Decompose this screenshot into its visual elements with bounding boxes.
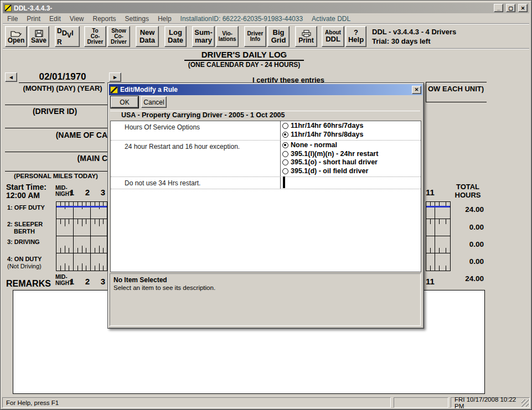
summary-button[interactable]: Sum- mary <box>192 26 215 47</box>
radio-icon[interactable] <box>282 168 288 174</box>
ddvir-button[interactable]: DDVIR <box>55 26 80 47</box>
radio-option-short-haul[interactable]: 395.1(o) - short haul driver <box>282 158 420 167</box>
radio-icon[interactable] <box>282 159 288 165</box>
log-line-off-duty <box>56 206 107 207</box>
rule-row-label: Do not use 34 Hrs restart. <box>111 177 281 189</box>
toolbar: Open Save DDVIR To Co- Driver Show Co- D… <box>3 25 529 49</box>
menu-activate-ddl[interactable]: Activate DDL <box>307 15 355 23</box>
form-subtitle: (ONE CALENDAR DAY - 24 HOURS) <box>184 61 304 69</box>
radio-option-none-normal[interactable]: None - normal <box>282 141 420 150</box>
big-grid-button[interactable]: Big Grid <box>267 26 290 47</box>
window-titlebar: DDL-3.4.4.3- _ ▢ ✕ <box>3 3 529 13</box>
description-title: No Item Selected <box>113 276 417 284</box>
log-line-off-duty-right <box>426 206 450 207</box>
start-time-label: Start Time: <box>6 183 59 191</box>
dialog-close-icon[interactable]: ✕ <box>412 86 421 94</box>
duty-grid-left <box>56 201 107 271</box>
grid-row-off-duty-right <box>426 202 450 219</box>
app-logo-icon <box>4 4 12 12</box>
description-panel: No Item Selected Select an item to see i… <box>110 273 421 326</box>
form-title: DRIVER'S DAILY LOG <box>184 50 304 61</box>
driver-id-label: (DRIVER ID) <box>5 107 105 116</box>
field-line-carrier <box>5 128 107 128</box>
trial-status-line1: DDL - v3.4.4.3 - 4 Drivers <box>372 27 456 37</box>
total-driving: 0.00 <box>452 240 484 248</box>
menu-reports[interactable]: Reports <box>89 15 121 23</box>
main-office-label-fragment: (MAIN C <box>5 154 107 163</box>
rule-header: USA - Property Carrying Driver - 2005 - … <box>110 111 420 120</box>
show-co-driver-button[interactable]: Show Co- Driver <box>107 26 130 47</box>
carrier-label-fragment: (NAME OF CA <box>5 131 107 139</box>
grid-header-3-bottom: 3 <box>97 277 109 286</box>
radio-icon[interactable] <box>282 151 288 157</box>
window-title: DDL-3.4.4.3- <box>14 4 491 12</box>
total-on-duty: 0.00 <box>452 257 484 266</box>
grid-row-driving <box>56 236 107 253</box>
save-disk-icon <box>35 30 43 37</box>
violations-button[interactable]: Vio- lations <box>216 26 239 47</box>
rule-row-no-34hr-restart: Do not use 34 Hrs restart. <box>111 177 421 189</box>
unit-line-top <box>426 82 487 82</box>
rule-row-label: Hours Of Service Options <box>111 121 281 140</box>
no-34hr-restart-checkbox[interactable] <box>283 177 285 188</box>
new-data-button[interactable]: New Data <box>136 26 159 47</box>
duty-label-on-duty: 4: ON DUTY (Not Driving) <box>7 256 42 270</box>
next-day-button[interactable]: ► <box>109 72 121 82</box>
field-line-main <box>5 152 107 152</box>
radio-icon[interactable] <box>282 123 288 129</box>
start-time-value: 12:00 AM <box>6 191 59 200</box>
menu-settings[interactable]: Settings <box>121 15 153 23</box>
driver-info-button[interactable]: Driver Info <box>244 26 266 47</box>
total-off-duty: 24.00 <box>452 205 484 214</box>
radio-icon[interactable] <box>282 142 288 148</box>
grid-header-11-bottom: 11 <box>426 277 437 286</box>
grid-row-sleeper-right <box>426 219 450 236</box>
radio-option-24hr-restart[interactable]: 395.1(l)(m)(n) - 24hr restart <box>282 150 420 159</box>
ok-button[interactable]: OK <box>111 96 138 108</box>
prev-day-button[interactable]: ◄ <box>5 72 17 82</box>
grid-row-off-duty <box>56 202 107 219</box>
status-middle-panel <box>394 397 448 408</box>
cancel-button[interactable]: Cancel <box>141 96 167 108</box>
minimize-button[interactable]: _ <box>494 4 503 12</box>
trial-status: DDL - v3.4.4.3 - 4 Drivers Trial: 30 day… <box>372 26 456 46</box>
print-button[interactable]: Print <box>295 26 317 47</box>
help-button[interactable]: ? Help <box>345 26 366 47</box>
grid-row-sleeper <box>56 219 107 236</box>
grid-header-1-bottom: 1 <box>66 277 78 286</box>
dialog-app-icon <box>110 86 118 94</box>
dialog-titlebar[interactable]: Edit/Modify a Rule ✕ <box>109 84 422 95</box>
unit-label-fragment: OW EACH UNIT) <box>428 85 484 93</box>
save-button[interactable]: Save <box>28 26 49 47</box>
grid-header-2-bottom: 2 <box>82 277 93 286</box>
menu-print[interactable]: Print <box>22 15 45 23</box>
menu-edit[interactable]: Edit <box>45 15 65 23</box>
grand-total-hours: 24.00 <box>452 274 484 283</box>
field-line-personal-miles <box>5 171 107 172</box>
unit-line-left <box>426 82 426 102</box>
log-date-button[interactable]: Log Date <box>164 26 187 47</box>
maximize-button[interactable]: ▢ <box>506 4 515 12</box>
menu-file[interactable]: File <box>3 15 22 23</box>
total-sleeper: 0.00 <box>452 223 484 231</box>
duty-label-off-duty: 1: OFF DUTY <box>7 204 45 211</box>
log-date-value: 02/01/1970 <box>29 71 96 82</box>
status-help-text: For Help, press F1 <box>2 397 391 408</box>
about-ddl-button[interactable]: About DDL <box>322 26 344 47</box>
radio-icon[interactable] <box>282 132 288 138</box>
radio-option-60hrs-7days[interactable]: 11hr/14hr 60hrs/7days <box>282 122 420 131</box>
total-hours-header: TOTAL HOURS <box>452 183 484 199</box>
rule-row-hos-options: Hours Of Service Options 11hr/14hr 60hrs… <box>111 121 421 141</box>
menu-view[interactable]: View <box>65 15 89 23</box>
close-button[interactable]: ✕ <box>518 4 528 12</box>
menu-help[interactable]: Help <box>153 15 176 23</box>
radio-option-oil-field[interactable]: 395.1(d) - oil field driver <box>282 167 420 176</box>
resize-grip[interactable] <box>521 399 529 407</box>
open-button[interactable]: Open <box>5 26 27 47</box>
to-co-driver-button[interactable]: To Co- Driver <box>84 26 106 47</box>
rule-row-label: 24 hour Restart and 16 hour exception. <box>111 141 281 177</box>
installation-id: InstallationID: 66222-62035-91983-44033 <box>176 15 308 23</box>
menu-bar: File Print Edit View Reports Settings He… <box>3 14 529 24</box>
radio-option-70hrs-8days[interactable]: 11hr/14hr 70hrs/8days <box>282 131 420 139</box>
grid-header-11-top: 11 <box>426 188 437 197</box>
